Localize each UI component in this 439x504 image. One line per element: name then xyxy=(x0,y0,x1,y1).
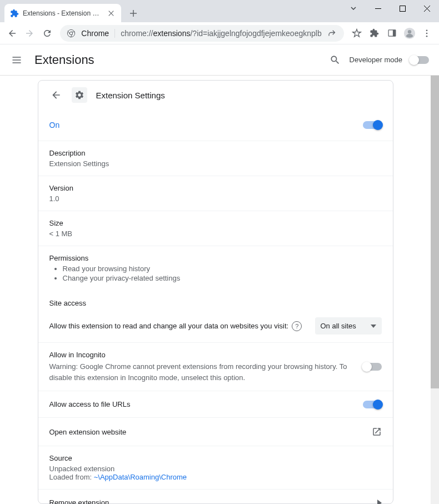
developer-mode-toggle[interactable] xyxy=(410,56,429,64)
extension-default-gear-icon xyxy=(72,87,87,103)
permissions-label: Permissions xyxy=(49,254,382,262)
extension-enable-toggle[interactable] xyxy=(363,121,382,129)
chrome-logo-icon xyxy=(67,29,76,38)
dropdown-value: On all sites xyxy=(321,322,356,330)
description-section: Description Extension Settings xyxy=(38,141,393,176)
size-label: Size xyxy=(49,219,382,227)
omnibox-site-label: Chrome xyxy=(81,29,109,38)
svg-point-6 xyxy=(408,30,411,33)
new-tab-button[interactable] xyxy=(126,6,141,21)
permission-item: Change your privacy-related settings xyxy=(63,274,382,282)
size-value: < 1 MB xyxy=(49,229,382,238)
content-area: Extension Settings On Description Extens… xyxy=(0,76,431,504)
description-label: Description xyxy=(49,149,382,157)
remove-extension-row[interactable]: Remove extension xyxy=(38,489,393,504)
svg-point-8 xyxy=(426,32,428,34)
file-urls-toggle[interactable] xyxy=(363,401,382,408)
extension-name: Extension Settings xyxy=(96,91,165,100)
source-type: Unpacked extension xyxy=(49,465,382,473)
incognito-warning: Warning: Google Chrome cannot prevent ex… xyxy=(49,361,354,383)
extensions-puzzle-icon[interactable] xyxy=(367,24,382,42)
address-bar[interactable]: Chrome chrome://extensions/?id=iakjjgeln… xyxy=(60,25,343,42)
omnibox-divider xyxy=(114,29,115,38)
permissions-list: Read your browsing history Change your p… xyxy=(49,265,382,282)
svg-rect-4 xyxy=(393,30,396,36)
developer-mode-label: Developer mode xyxy=(350,56,402,64)
extension-puzzle-icon xyxy=(10,9,19,18)
site-access-row: Allow this extension to read and change … xyxy=(38,310,393,342)
svg-rect-0 xyxy=(400,6,405,11)
window-titlebar: Extensions - Extension Settings xyxy=(0,0,439,22)
version-section: Version 1.0 xyxy=(38,176,393,211)
remove-extension-label: Remove extension xyxy=(49,498,109,504)
page-title: Extensions xyxy=(34,53,94,67)
browser-toolbar: Chrome chrome://extensions/?id=iakjjgeln… xyxy=(0,22,439,44)
extension-detail-card: Extension Settings On Description Extens… xyxy=(38,80,393,504)
scrollbar-thumb[interactable] xyxy=(431,76,439,388)
svg-point-9 xyxy=(426,35,428,37)
site-access-dropdown[interactable]: On all sites xyxy=(315,317,382,335)
back-button[interactable] xyxy=(4,24,19,42)
window-minimize-button[interactable] xyxy=(366,0,390,17)
site-access-label: Allow this extension to read and change … xyxy=(49,321,302,331)
back-arrow-icon[interactable] xyxy=(49,88,63,102)
on-off-section: On xyxy=(38,109,393,141)
version-label: Version xyxy=(49,184,382,192)
open-external-icon xyxy=(372,427,382,437)
profile-avatar-icon[interactable] xyxy=(402,24,417,42)
on-label: On xyxy=(49,121,60,129)
scrollbar[interactable] xyxy=(431,76,439,504)
incognito-toggle[interactable] xyxy=(363,363,382,371)
open-website-label: Open extension website xyxy=(49,428,127,436)
window-controls xyxy=(341,0,439,22)
search-icon[interactable] xyxy=(328,53,342,67)
forward-button[interactable] xyxy=(22,24,37,42)
site-access-header: Site access xyxy=(38,290,393,310)
side-panel-icon[interactable] xyxy=(385,24,400,42)
open-website-row[interactable]: Open extension website xyxy=(38,417,393,446)
reload-button[interactable] xyxy=(39,24,54,42)
size-section: Size < 1 MB xyxy=(38,211,393,246)
source-path: ~\AppData\Roaming\Chrome xyxy=(94,473,187,481)
more-menu-icon[interactable] xyxy=(420,24,435,42)
source-label: Source xyxy=(49,454,382,462)
source-section: Source Unpacked extension Loaded from: ~… xyxy=(38,446,393,489)
help-icon[interactable]: ? xyxy=(292,321,302,331)
permission-item: Read your browsing history xyxy=(63,265,382,273)
bookmark-star-icon[interactable] xyxy=(350,24,365,42)
dropdown-arrow-icon xyxy=(371,325,376,328)
chevron-down-icon[interactable] xyxy=(341,0,366,17)
share-icon[interactable] xyxy=(327,28,337,38)
window-close-button[interactable] xyxy=(415,0,439,17)
svg-point-7 xyxy=(426,29,428,31)
card-header: Extension Settings xyxy=(38,81,393,109)
incognito-label: Allow in Incognito xyxy=(49,351,354,359)
description-value: Extension Settings xyxy=(49,159,382,168)
permissions-section: Permissions Read your browsing history C… xyxy=(38,246,393,290)
source-loaded-from: Loaded from: ~\AppData\Roaming\Chrome xyxy=(49,473,382,481)
omnibox-url: chrome://extensions/?id=iakjjgelngfojogd… xyxy=(121,29,322,38)
file-urls-label: Allow access to file URLs xyxy=(49,400,131,408)
version-value: 1.0 xyxy=(49,194,382,203)
hamburger-menu-icon[interactable] xyxy=(10,53,23,67)
window-maximize-button[interactable] xyxy=(390,0,415,17)
close-tab-icon[interactable] xyxy=(107,9,116,18)
incognito-section: Allow in Incognito Warning: Google Chrom… xyxy=(38,342,393,391)
file-urls-row: Allow access to file URLs xyxy=(38,391,393,417)
browser-tab[interactable]: Extensions - Extension Settings xyxy=(4,4,121,22)
tab-title: Extensions - Extension Settings xyxy=(23,9,103,17)
chevron-right-icon xyxy=(377,500,382,505)
extensions-header: Extensions Developer mode xyxy=(0,44,439,76)
